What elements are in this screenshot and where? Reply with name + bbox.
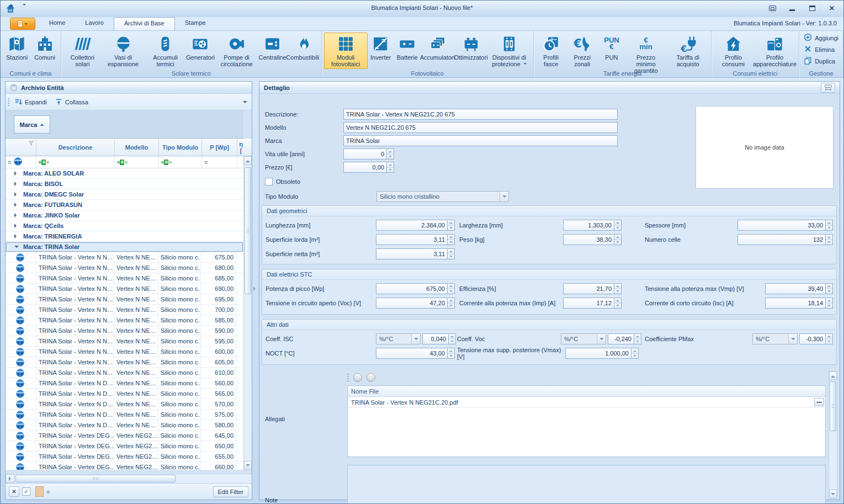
lunghezza-input[interactable]: 2.384,00 bbox=[376, 220, 448, 231]
superficie-netta-input[interactable]: 3,11 bbox=[376, 248, 448, 259]
vmax-input[interactable]: 1.000,00 bbox=[565, 348, 631, 359]
expand-chevron-icon[interactable] bbox=[14, 192, 19, 197]
marca-input[interactable]: TRINA Solar bbox=[343, 135, 618, 146]
table-row[interactable]: TRINA Solar - Vertex N N… Vertex N NE… S… bbox=[6, 263, 243, 273]
table-row[interactable]: TRINA Solar - Vertex N N… Vertex N NE… S… bbox=[6, 336, 243, 347]
table-row[interactable]: TRINA Solar - Vertex N N… Vertex N NE… S… bbox=[6, 305, 243, 315]
ribbon-item-inverter[interactable]: Inverter bbox=[368, 33, 394, 62]
coeff-pmax-unit-select[interactable]: %/°C bbox=[752, 333, 798, 344]
nome-file-column-header[interactable]: Nome File bbox=[348, 386, 825, 397]
attachment-row[interactable]: TRINA Solar - Vertex N NEG21C.20.pdf ••• bbox=[348, 397, 825, 408]
obsoleto-checkbox[interactable] bbox=[265, 178, 273, 185]
expand-chevron-icon[interactable] bbox=[14, 203, 19, 207]
note-textarea[interactable] bbox=[347, 465, 826, 504]
close-button[interactable]: ✕ bbox=[826, 4, 838, 13]
ribbon-item-collettori-solari[interactable]: Collettori solari bbox=[63, 33, 102, 69]
collapse-all-button[interactable]: Collassa bbox=[55, 98, 88, 106]
table-row[interactable]: TRINA Solar - Vertex DEG… Vertex NEG2… S… bbox=[6, 441, 243, 452]
coeff-pmax-input[interactable]: -0,300 bbox=[799, 333, 826, 344]
table-row[interactable]: TRINA Solar - Vertex N D… Vertex N NE… S… bbox=[6, 389, 243, 399]
edit-filter-button[interactable]: Edit Filter bbox=[213, 486, 248, 497]
table-row[interactable]: TRINA Solar - Vertex N N… Vertex N NE… S… bbox=[6, 252, 243, 263]
filter-equals-icon[interactable]: = bbox=[204, 159, 208, 166]
ribbon-item-elimina[interactable]: Elimina bbox=[804, 45, 835, 54]
ribbon-item-prezzo-minimo-garantito[interactable]: €min Prezzo minimo garantito bbox=[625, 33, 667, 76]
table-row[interactable]: TRINA Solar - Vertex DEG… Vertex NEG2… S… bbox=[6, 431, 243, 441]
expand-chevron-icon[interactable] bbox=[14, 171, 19, 176]
table-row[interactable]: TRINA Solar - Vertex N N… Vertex N NE… S… bbox=[6, 347, 243, 357]
group-row[interactable]: Marca: QCells bbox=[6, 221, 243, 231]
filter-enabled-checkbox[interactable]: ✓ bbox=[22, 487, 30, 496]
ribbon-item-prezzi-zonali[interactable]: € Prezzi zonali bbox=[566, 33, 598, 69]
scroll-down-icon[interactable] bbox=[829, 490, 837, 498]
spessore-input[interactable]: 33,00 bbox=[737, 220, 826, 231]
table-row[interactable]: TRINA Solar - Vertex N D… Vertex N NE… S… bbox=[6, 420, 243, 431]
coeff-voc-unit-select[interactable]: %/°C bbox=[561, 333, 606, 344]
isc-input[interactable]: 18,14 bbox=[765, 298, 826, 309]
maximize-button[interactable] bbox=[806, 4, 818, 13]
descrizione-input[interactable]: TRINA Solar - Vertex N NEG21C.20 675 bbox=[343, 109, 618, 120]
column-header-icon[interactable] bbox=[6, 139, 36, 156]
table-row[interactable]: TRINA Solar - Vertex N D… Vertex N NE… S… bbox=[6, 378, 243, 389]
ribbon-item-vasi-di-espansione[interactable]: Vasi di espansione bbox=[102, 33, 145, 69]
clear-filter-button[interactable]: ✕ bbox=[9, 486, 19, 497]
ribbon-item-aggiungi[interactable]: Aggiungi bbox=[804, 33, 838, 43]
efficienza-input[interactable]: 21,70 bbox=[563, 283, 614, 294]
toolbar-grip[interactable] bbox=[8, 98, 9, 106]
prezzo-spinner[interactable] bbox=[387, 162, 394, 173]
ribbon-item-batterie[interactable]: Batterie bbox=[394, 33, 421, 62]
group-row[interactable]: Marca: FUTURASUN bbox=[6, 200, 243, 210]
tab-home[interactable]: Home bbox=[39, 17, 75, 30]
imp-input[interactable]: 17,12 bbox=[563, 298, 614, 309]
scroll-right-icon[interactable] bbox=[6, 474, 14, 483]
group-row[interactable]: Marca: ALEO SOLAR bbox=[6, 168, 243, 179]
larghezza-input[interactable]: 1.303,00 bbox=[563, 220, 614, 231]
superficie-lorda-input[interactable]: 3,11 bbox=[376, 234, 448, 245]
potenza-picco-input[interactable]: 675,00 bbox=[376, 283, 448, 294]
browse-attachment-button[interactable]: ••• bbox=[814, 398, 824, 406]
table-row[interactable]: TRINA Solar - Vertex DEG… Vertex NEG2… S… bbox=[6, 462, 243, 470]
abc-filter-icon[interactable]: aBc bbox=[117, 160, 128, 165]
tab-lavoro[interactable]: Lavoro bbox=[75, 17, 114, 30]
ribbon-item-comuni[interactable]: Comuni bbox=[31, 33, 59, 62]
scrollbar-thumb[interactable] bbox=[245, 167, 251, 294]
modello-input[interactable]: Vertex N NEG21C.20 675 bbox=[343, 122, 618, 133]
group-row[interactable]: Marca: TRINA Solar bbox=[6, 242, 243, 252]
group-row[interactable]: Marca: BISOL bbox=[6, 179, 243, 189]
ribbon-item-profili-fasce[interactable]: Profili fasce bbox=[536, 33, 566, 69]
collapse-chevron-icon[interactable] bbox=[14, 246, 19, 250]
hscrollbar-thumb[interactable] bbox=[15, 475, 176, 482]
vmp-input[interactable]: 39,40 bbox=[765, 283, 826, 294]
ribbon-item-pompe-di-circolazione[interactable]: Pompe di circolazione bbox=[215, 33, 258, 69]
detail-vertical-scrollbar[interactable] bbox=[829, 371, 837, 499]
column-header-eta[interactable]: η [ bbox=[237, 139, 245, 156]
ribbon-item-accumuli-termici[interactable]: Accumuli termici bbox=[145, 33, 185, 69]
tab-archivi-di-base[interactable]: Archivi di Base bbox=[114, 17, 175, 30]
noct-input[interactable]: 43,00 bbox=[376, 348, 448, 359]
column-header-modello[interactable]: Modello bbox=[115, 139, 159, 156]
group-row[interactable]: Marca: JINKO Solar bbox=[6, 210, 243, 221]
remove-attachment-button[interactable]: ✕ bbox=[367, 373, 375, 382]
panel-splitter[interactable] bbox=[252, 81, 259, 500]
voc-input[interactable]: 47,20 bbox=[376, 298, 448, 309]
grid-vertical-scrollbar[interactable] bbox=[243, 156, 252, 470]
ribbon-item-profilo-consumi[interactable]: Profilo consumi bbox=[714, 33, 753, 69]
numero-celle-input[interactable]: 132 bbox=[737, 234, 826, 245]
add-attachment-button[interactable]: + bbox=[353, 373, 362, 382]
ribbon-item-dispositivi-di-protezione[interactable]: Dispositivi di protezione bbox=[487, 33, 531, 69]
ribbon-item-moduli-fotovoltaici[interactable]: Moduli fotovoltaici bbox=[324, 33, 368, 69]
table-row[interactable]: TRINA Solar - Vertex N N… Vertex N NE… S… bbox=[6, 326, 243, 336]
toolbar-grip[interactable] bbox=[347, 374, 349, 381]
column-header-descrizione[interactable]: Descrizione bbox=[36, 139, 115, 156]
expand-chevron-icon[interactable] bbox=[14, 224, 19, 228]
toolbar-overflow-icon[interactable] bbox=[243, 101, 247, 105]
table-row[interactable]: TRINA Solar - Vertex N N… Vertex N NE… S… bbox=[6, 368, 243, 378]
table-row[interactable]: TRINA Solar - Vertex N N… Vertex N NE… S… bbox=[6, 315, 243, 326]
group-row[interactable]: Marca: TRIENERGIA bbox=[6, 231, 243, 242]
scroll-up-icon[interactable] bbox=[244, 156, 252, 165]
ribbon-item-ottimizzatori[interactable]: Ottimizzatori bbox=[454, 33, 487, 62]
coeff-isc-input[interactable]: 0,040 bbox=[422, 333, 449, 344]
table-row[interactable]: TRINA Solar - Vertex N D… Vertex N NE… S… bbox=[6, 399, 243, 410]
coeff-isc-unit-select[interactable]: %/°C bbox=[376, 333, 421, 344]
ribbon-item-profilo-apparecchiature[interactable]: Profilo apparecchiature bbox=[753, 33, 797, 69]
